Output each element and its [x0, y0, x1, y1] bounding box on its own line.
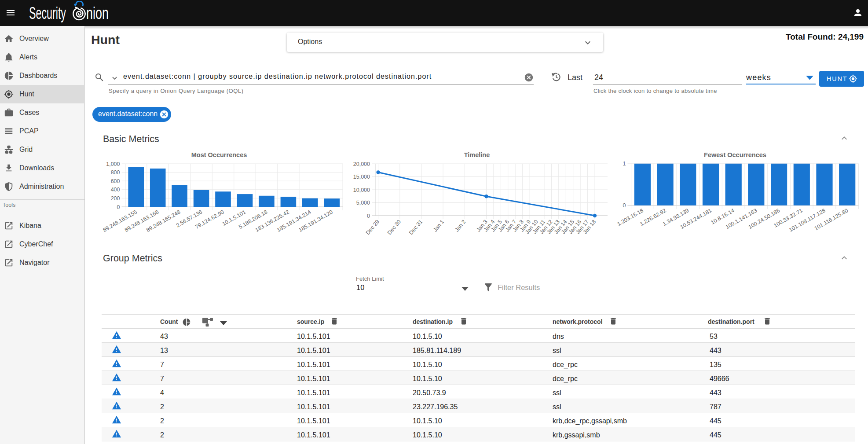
- svg-text:nion: nion: [86, 4, 109, 22]
- svg-text:200: 200: [111, 195, 120, 202]
- svg-text:Jan 1: Jan 1: [432, 219, 445, 233]
- svg-text:0: 0: [367, 213, 370, 219]
- svg-text:800: 800: [111, 169, 120, 176]
- svg-text:15,000: 15,000: [353, 174, 370, 180]
- svg-text:20,000: 20,000: [353, 161, 370, 167]
- svg-text:Security: Security: [29, 4, 66, 22]
- svg-text:Dec 29: Dec 29: [365, 219, 381, 236]
- svg-text:Fewest Occurrences: Fewest Occurrences: [704, 151, 766, 158]
- svg-text:0: 0: [117, 204, 120, 210]
- svg-text:Dec 30: Dec 30: [386, 219, 402, 236]
- svg-text:1,000: 1,000: [106, 161, 120, 167]
- svg-text:400: 400: [111, 187, 120, 193]
- svg-text:10,000: 10,000: [353, 187, 370, 193]
- svg-text:5,000: 5,000: [356, 200, 370, 206]
- svg-text:Most Occurrences: Most Occurrences: [191, 151, 247, 158]
- svg-text:0: 0: [623, 202, 626, 209]
- svg-text:1: 1: [623, 161, 626, 167]
- svg-text:Timeline: Timeline: [464, 151, 490, 158]
- svg-text:600: 600: [111, 178, 120, 184]
- svg-text:Dec 31: Dec 31: [408, 219, 424, 236]
- svg-text:Jan 2: Jan 2: [454, 219, 467, 233]
